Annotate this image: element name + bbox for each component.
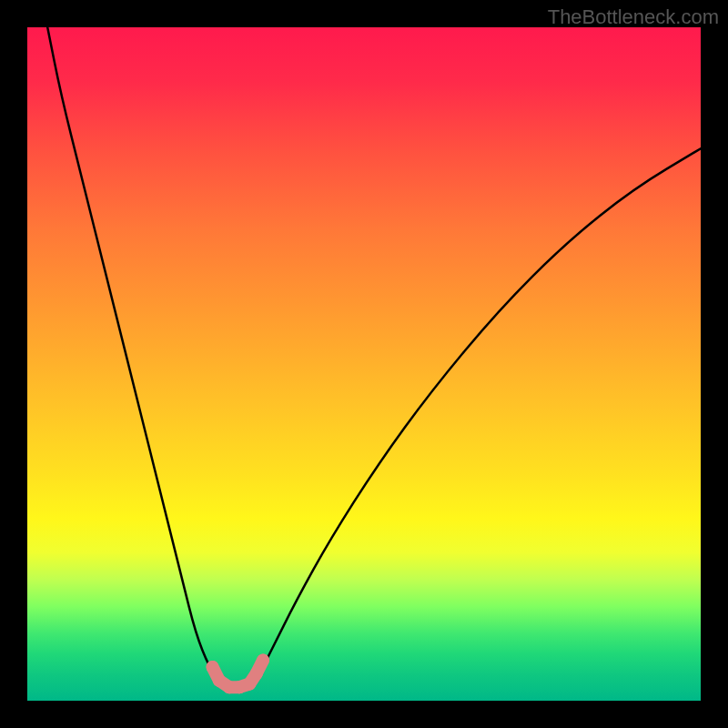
watermark-text: TheBottleneck.com bbox=[548, 5, 719, 29]
bottleneck-marker bbox=[207, 661, 219, 673]
bottleneck-curve-path bbox=[47, 27, 701, 687]
bottleneck-chart bbox=[27, 27, 701, 701]
bottleneck-marker bbox=[250, 667, 263, 680]
bottleneck-marker bbox=[257, 654, 269, 667]
bottleneck-marker-group bbox=[207, 654, 270, 694]
